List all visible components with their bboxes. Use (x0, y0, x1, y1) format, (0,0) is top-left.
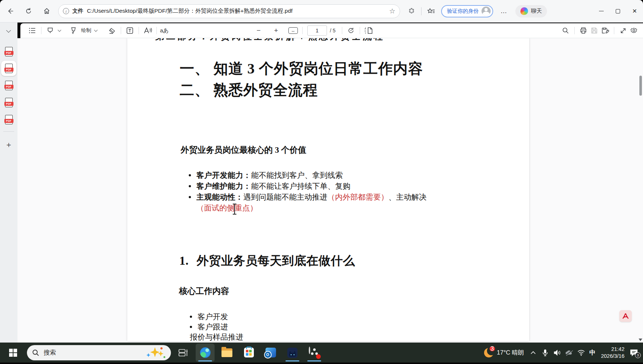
home-button[interactable] (40, 5, 53, 18)
search-document-button[interactable] (560, 25, 571, 36)
pdf-toolbar: 绘制 aあ − + ↔ 1 / 5 (20, 23, 643, 38)
favorite-star-icon[interactable]: ☆ (389, 7, 395, 15)
highlight-options-chevron[interactable] (58, 28, 61, 32)
back-button[interactable] (4, 5, 17, 18)
bullet-item: 客户跟进 (190, 322, 243, 332)
notification-center-button[interactable]: 3 (628, 347, 639, 358)
minimize-button[interactable] (593, 4, 610, 19)
zoom-out-button[interactable]: − (253, 25, 264, 36)
bullet-text: 报价与样品推进 (190, 333, 243, 341)
bullet-text: 客户跟进 (197, 323, 228, 331)
favorites-glyph (427, 8, 435, 15)
rotate-button[interactable] (346, 25, 356, 36)
pdf-tab-1[interactable] (1, 44, 16, 59)
recording-badge (316, 354, 321, 359)
pdf-tab-5[interactable] (1, 112, 16, 127)
refresh-button[interactable] (22, 5, 35, 18)
verify-identity-button[interactable]: 验证你的身份 (441, 5, 493, 17)
pdf-file-icon (5, 81, 13, 90)
open-in-acrobat-button[interactable] (619, 310, 632, 322)
save-as-icon (601, 27, 609, 34)
scrollbar-thumb[interactable] (639, 76, 642, 96)
weather-moon-icon: 3 (484, 348, 494, 357)
weather-widget[interactable]: 3 17°C 晴朗 (484, 348, 524, 357)
pdf-tab-3[interactable] (1, 78, 16, 93)
new-tab-button[interactable]: ＋ (3, 139, 15, 151)
back-icon (7, 8, 14, 15)
divider (342, 27, 342, 34)
draw-button[interactable] (68, 25, 79, 36)
save-as-button[interactable] (600, 25, 611, 36)
windows-logo-icon (9, 349, 17, 357)
task-view-button[interactable] (174, 344, 193, 362)
open-app-indicator (307, 360, 321, 361)
bullet-text-red: （内外部都需要） (327, 193, 388, 201)
cloud-slash-icon (565, 349, 574, 356)
core-title: 核心工作内容 (179, 285, 229, 297)
taskbar-edge-button[interactable] (196, 344, 215, 362)
fit-to-width-button[interactable]: ↔ (287, 25, 299, 36)
fullscreen-button[interactable] (618, 25, 628, 36)
page-view-button[interactable] (363, 25, 374, 36)
microsoft-store-icon (244, 348, 254, 357)
taskbar-store-button[interactable] (239, 344, 258, 362)
table-of-contents-button[interactable] (27, 25, 38, 36)
bullet-text: 能不能让客户持续下单、复购 (251, 182, 351, 191)
open-app-indicator (198, 360, 212, 361)
divider (302, 27, 303, 34)
microphone-tray-icon[interactable] (540, 348, 550, 357)
settings-more-button[interactable]: … (498, 7, 510, 15)
values-bullet-list: 客户开发能力：能不能找到客户、拿到线索 客户维护能力：能不能让客户持续下单、复购… (189, 170, 427, 213)
bullet-item-clipped: 报价与样品推进 (190, 332, 243, 341)
browser-essentials-icon[interactable] (406, 5, 418, 17)
erase-button[interactable] (107, 25, 117, 36)
profile-avatar (482, 7, 491, 16)
read-aloud-button[interactable] (142, 25, 153, 36)
search-placeholder: 搜索 (44, 348, 56, 357)
taskbar-outlook-button[interactable] (261, 344, 280, 362)
scroll-down-arrow[interactable] (639, 339, 642, 341)
clock-widget[interactable]: 21:42 2026/3/16 (601, 346, 624, 360)
maximize-button[interactable] (610, 4, 626, 19)
onedrive-paused-tray-icon[interactable] (564, 348, 574, 357)
draw-label[interactable]: 绘制 (81, 27, 91, 34)
highlight-button[interactable] (45, 25, 56, 36)
pdf-tab-2-active[interactable] (1, 61, 16, 76)
taskbar-app-button[interactable] (283, 344, 302, 362)
close-button[interactable]: ✕ (626, 4, 643, 19)
translate-button[interactable]: aあ (160, 27, 169, 34)
print-button[interactable] (578, 25, 589, 36)
read-aloud-icon (143, 27, 152, 34)
add-text-button[interactable] (124, 25, 135, 36)
tray-date: 2026/3/16 (601, 353, 624, 360)
start-button[interactable] (4, 343, 23, 362)
draw-options-chevron[interactable] (94, 28, 98, 32)
vertical-tab-strip: ＋ (0, 23, 17, 343)
wifi-icon (577, 349, 585, 356)
volume-tray-icon[interactable] (552, 348, 562, 357)
address-url[interactable]: C:/Users/L/Desktop/最终版PDF/第二部分：外贸岗位全景拆解+… (87, 7, 386, 15)
taskbar-file-explorer-button[interactable] (217, 344, 236, 362)
minimize-icon (599, 11, 604, 12)
weather-badge: 3 (490, 346, 495, 351)
bullet-item: 客户开发能力：能不能找到客户、拿到线索 (189, 170, 427, 181)
essentials-glyph (408, 8, 415, 15)
ime-indicator[interactable]: 中 (588, 348, 596, 357)
favorites-bar-icon[interactable] (425, 5, 437, 17)
mic-icon (542, 349, 548, 356)
page-number-input[interactable]: 1 (307, 25, 327, 36)
printer-icon (580, 27, 587, 34)
pdf-tab-4[interactable] (1, 95, 16, 110)
zoom-in-button[interactable]: + (271, 25, 281, 36)
network-tray-icon[interactable] (576, 348, 586, 357)
tray-time: 21:42 (601, 346, 624, 353)
pdf-settings-button[interactable] (628, 25, 639, 36)
tray-overflow-chevron[interactable] (528, 348, 538, 357)
taskbar-obs-button[interactable] (305, 344, 324, 362)
page-info-icon[interactable]: i (63, 8, 69, 14)
taskbar: 搜索 (0, 343, 643, 364)
taskbar-search-box[interactable]: 搜索 (27, 345, 171, 360)
copilot-chat-button[interactable]: 聊天 (515, 5, 547, 17)
address-bar[interactable]: i 文件 C:/Users/L/Desktop/最终版PDF/第二部分：外贸岗位… (58, 4, 400, 18)
collapse-tabs-button[interactable] (3, 26, 14, 36)
